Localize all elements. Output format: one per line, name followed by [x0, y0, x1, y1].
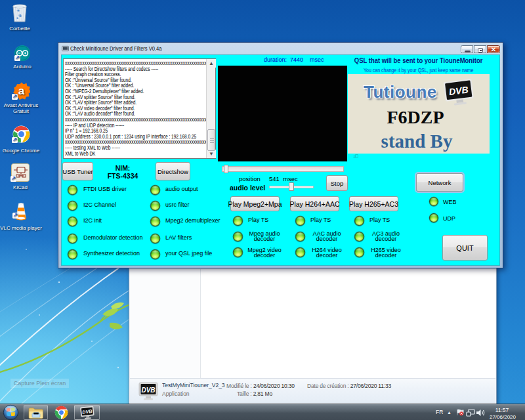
svg-text:a: a: [18, 85, 24, 97]
svg-text:DVB: DVB: [141, 387, 155, 394]
svg-text:DVB: DVB: [82, 408, 93, 415]
